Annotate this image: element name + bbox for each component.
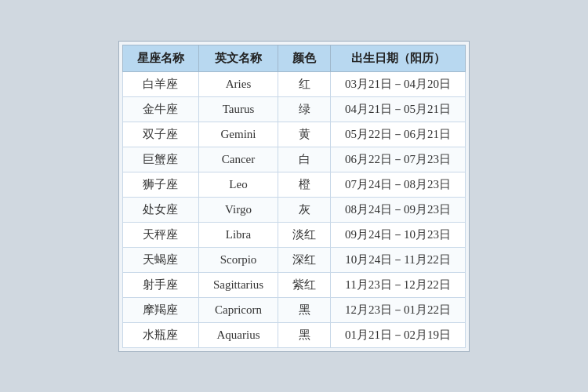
cell-chinese: 巨蟹座 xyxy=(122,147,198,172)
cell-english: Virgo xyxy=(198,197,278,222)
table-row: 巨蟹座Cancer白06月22日－07月23日 xyxy=(122,147,465,172)
header-chinese-name: 星座名称 xyxy=(122,45,198,71)
cell-english: Gemini xyxy=(198,122,278,147)
cell-color: 绿 xyxy=(278,96,331,122)
header-date: 出生日期（阳历） xyxy=(331,45,466,71)
table-row: 金牛座Taurus绿04月21日－05月21日 xyxy=(122,96,465,122)
table-container: 星座名称 英文名称 颜色 出生日期（阳历） 白羊座Aries红03月21日－04… xyxy=(118,41,470,352)
cell-color: 黑 xyxy=(278,297,331,322)
table-row: 处女座Virgo灰08月24日－09月23日 xyxy=(122,197,465,222)
cell-date: 07月24日－08月23日 xyxy=(331,172,466,197)
cell-color: 紫红 xyxy=(278,272,331,297)
header-english-name: 英文名称 xyxy=(198,45,278,71)
cell-color: 白 xyxy=(278,147,331,172)
cell-chinese: 金牛座 xyxy=(122,96,198,122)
cell-date: 11月23日－12月22日 xyxy=(331,272,466,297)
cell-chinese: 摩羯座 xyxy=(122,297,198,322)
cell-chinese: 天秤座 xyxy=(122,222,198,247)
cell-chinese: 处女座 xyxy=(122,197,198,222)
cell-chinese: 天蝎座 xyxy=(122,247,198,272)
table-row: 白羊座Aries红03月21日－04月20日 xyxy=(122,71,465,96)
cell-date: 08月24日－09月23日 xyxy=(331,197,466,222)
cell-color: 淡红 xyxy=(278,222,331,247)
cell-english: Leo xyxy=(198,172,278,197)
table-body: 白羊座Aries红03月21日－04月20日金牛座Taurus绿04月21日－0… xyxy=(122,71,465,347)
cell-date: 05月22日－06月21日 xyxy=(331,122,466,147)
cell-english: Scorpio xyxy=(198,247,278,272)
cell-english: Aquarius xyxy=(198,322,278,347)
cell-chinese: 射手座 xyxy=(122,272,198,297)
table-row: 摩羯座Capricorn黑12月23日－01月22日 xyxy=(122,297,465,322)
zodiac-table: 星座名称 英文名称 颜色 出生日期（阳历） 白羊座Aries红03月21日－04… xyxy=(122,45,466,348)
cell-english: Cancer xyxy=(198,147,278,172)
cell-color: 橙 xyxy=(278,172,331,197)
cell-color: 灰 xyxy=(278,197,331,222)
table-row: 天蝎座Scorpio深红10月24日－11月22日 xyxy=(122,247,465,272)
cell-color: 深红 xyxy=(278,247,331,272)
cell-date: 12月23日－01月22日 xyxy=(331,297,466,322)
cell-date: 09月24日－10月23日 xyxy=(331,222,466,247)
cell-english: Capricorn xyxy=(198,297,278,322)
table-row: 射手座Sagittarius紫红11月23日－12月22日 xyxy=(122,272,465,297)
cell-date: 06月22日－07月23日 xyxy=(331,147,466,172)
cell-date: 04月21日－05月21日 xyxy=(331,96,466,122)
cell-color: 黄 xyxy=(278,122,331,147)
cell-color: 黑 xyxy=(278,322,331,347)
table-row: 狮子座Leo橙07月24日－08月23日 xyxy=(122,172,465,197)
cell-english: Taurus xyxy=(198,96,278,122)
table-header-row: 星座名称 英文名称 颜色 出生日期（阳历） xyxy=(122,45,465,71)
cell-chinese: 水瓶座 xyxy=(122,322,198,347)
table-row: 水瓶座Aquarius黑01月21日－02月19日 xyxy=(122,322,465,347)
table-row: 双子座Gemini黄05月22日－06月21日 xyxy=(122,122,465,147)
table-row: 天秤座Libra淡红09月24日－10月23日 xyxy=(122,222,465,247)
cell-english: Aries xyxy=(198,71,278,96)
cell-color: 红 xyxy=(278,71,331,96)
cell-chinese: 白羊座 xyxy=(122,71,198,96)
cell-english: Sagittarius xyxy=(198,272,278,297)
cell-date: 01月21日－02月19日 xyxy=(331,322,466,347)
cell-chinese: 狮子座 xyxy=(122,172,198,197)
cell-english: Libra xyxy=(198,222,278,247)
cell-date: 03月21日－04月20日 xyxy=(331,71,466,96)
header-color: 颜色 xyxy=(278,45,331,71)
cell-date: 10月24日－11月22日 xyxy=(331,247,466,272)
cell-chinese: 双子座 xyxy=(122,122,198,147)
